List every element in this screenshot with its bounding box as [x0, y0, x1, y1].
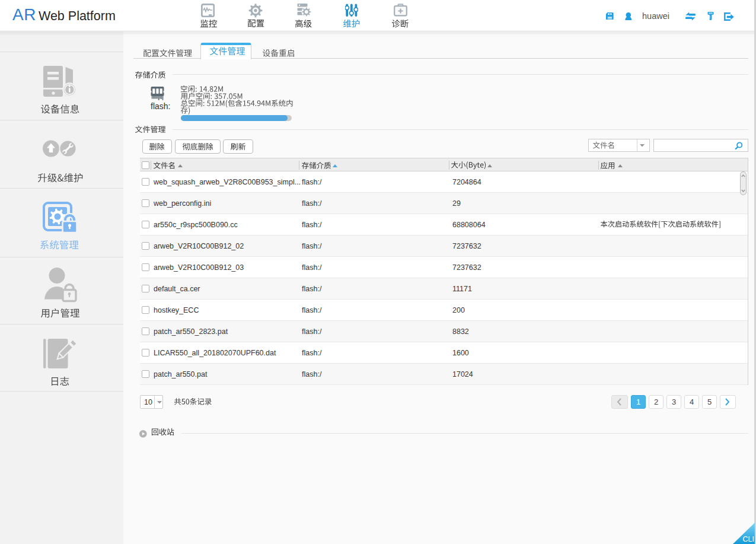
svg-text:CLI: CLI	[743, 535, 754, 543]
